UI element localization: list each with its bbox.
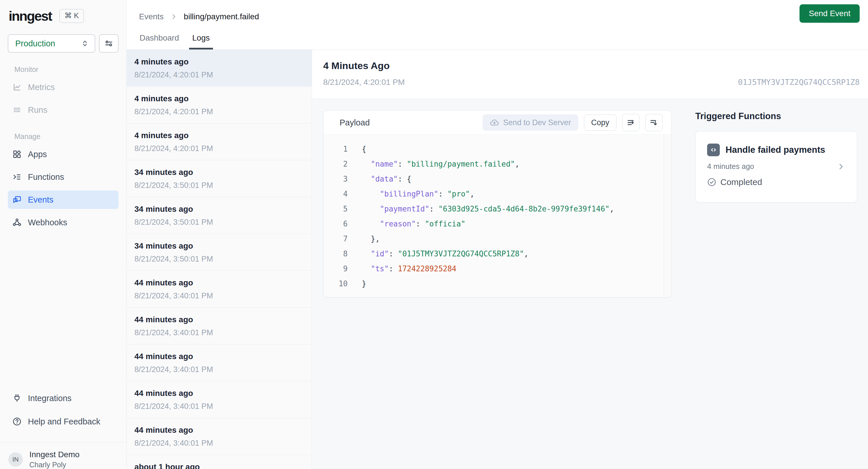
event-item-title: 44 minutes ago <box>134 278 304 287</box>
section-label-monitor: Monitor <box>14 65 119 74</box>
sidebar-item-label: Metrics <box>28 83 55 92</box>
payload-actions: Send to Dev Server Copy <box>483 114 662 131</box>
user-name: Inngest Demo <box>29 450 80 459</box>
code-line: 5 "paymentId": "6303d925-cda5-4d64-8b2e-… <box>323 201 671 216</box>
sidebar-item-webhooks[interactable]: Webhooks <box>8 213 119 231</box>
sidebar-item-label: Runs <box>28 105 48 115</box>
event-list-item[interactable]: 44 minutes ago 8/21/2024, 3:40:01 PM <box>127 381 312 418</box>
pull-down-icon <box>649 118 659 127</box>
event-item-title: 34 minutes ago <box>134 241 304 251</box>
event-item-title: 4 minutes ago <box>134 131 304 140</box>
event-item-timestamp: 8/21/2024, 4:20:01 PM <box>134 107 304 116</box>
breadcrumb: Events billing/payment.failed <box>139 11 259 23</box>
sidebar: inngest ⌘ K Production Monitor <box>0 0 127 469</box>
tab-logs[interactable]: Logs <box>189 33 213 50</box>
sliders-icon <box>104 38 114 48</box>
code-line: 6 "reason": "officia" <box>323 216 671 231</box>
sidebar-item-apps[interactable]: Apps <box>8 145 119 163</box>
environment-row: Production <box>0 34 126 53</box>
event-list-item[interactable]: 4 minutes ago 8/21/2024, 4:20:01 PM <box>127 87 312 123</box>
sidebar-item-integrations[interactable]: Integrations <box>8 389 119 407</box>
tab-dashboard[interactable]: Dashboard <box>136 33 182 50</box>
sidebar-item-events[interactable]: Events <box>8 190 119 209</box>
code-scrollbar[interactable] <box>664 135 671 297</box>
main-column: Events billing/payment.failed Send Event… <box>127 0 868 469</box>
function-name: Handle failed payments <box>725 145 825 155</box>
event-list-item[interactable]: 34 minutes ago 8/21/2024, 3:50:01 PM <box>127 197 312 234</box>
triggered-function-card[interactable]: Handle failed payments 4 minutes ago <box>695 131 857 202</box>
event-item-timestamp: 8/21/2024, 3:40:01 PM <box>134 328 304 337</box>
function-code-icon <box>707 144 720 156</box>
event-list-item[interactable]: 34 minutes ago 8/21/2024, 3:50:01 PM <box>127 160 312 197</box>
wrap-lines-button[interactable] <box>622 114 640 131</box>
command-k-shortcut[interactable]: ⌘ K <box>59 9 84 23</box>
send-to-dev-server-button[interactable]: Send to Dev Server <box>483 115 578 131</box>
functions-list-icon <box>12 173 22 182</box>
event-list[interactable]: 4 minutes ago 8/21/2024, 4:20:01 PM 4 mi… <box>127 50 312 469</box>
event-item-title: 44 minutes ago <box>134 352 304 361</box>
event-item-title: 44 minutes ago <box>134 426 304 435</box>
inngest-logo[interactable]: inngest <box>9 8 52 24</box>
environment-filter-button[interactable] <box>99 34 119 53</box>
payload-card: Payload Send to Dev Server Copy <box>323 111 672 298</box>
detail-header: 4 Minutes Ago 8/21/2024, 4:20:01 PM 01J5… <box>312 50 868 99</box>
sidebar-item-metrics[interactable]: Metrics <box>8 78 119 96</box>
plug-icon <box>12 394 22 403</box>
tabs: Dashboard Logs <box>127 33 868 50</box>
function-status: Completed <box>720 177 762 187</box>
event-list-item[interactable]: 44 minutes ago 8/21/2024, 3:40:01 PM <box>127 271 312 308</box>
payload-body: 1{2 "name": "billing/payment.failed",3 "… <box>323 135 671 297</box>
command-k-label: ⌘ K <box>64 11 79 20</box>
breadcrumb-events[interactable]: Events <box>139 12 164 21</box>
event-item-timestamp: 8/21/2024, 4:20:01 PM <box>134 144 304 153</box>
code-line: 7 }, <box>323 231 671 246</box>
event-item-timestamp: 8/21/2024, 3:50:01 PM <box>134 255 304 263</box>
code-line: 4 "billingPlan": "pro", <box>323 186 671 201</box>
check-circle-icon <box>707 178 716 187</box>
payload-code: 1{2 "name": "billing/payment.failed",3 "… <box>323 142 671 291</box>
collapse-lines-button[interactable] <box>645 114 662 131</box>
sidebar-item-help[interactable]: Help and Feedback <box>8 412 119 431</box>
logo-row: inngest ⌘ K <box>0 0 126 24</box>
detail-title: 4 Minutes Ago <box>323 60 860 71</box>
sidebar-item-label: Functions <box>28 173 64 182</box>
sidebar-nav: Monitor Metrics Runs Manage Apps <box>0 53 126 231</box>
sidebar-item-runs[interactable]: Runs <box>8 101 119 119</box>
event-item-title: about 1 hour ago <box>134 462 304 469</box>
section-label-manage: Manage <box>14 132 119 141</box>
event-item-timestamp: 8/21/2024, 3:40:01 PM <box>134 365 304 374</box>
event-item-title: 34 minutes ago <box>134 168 304 177</box>
apps-shapes-icon <box>12 150 22 159</box>
code-line: 9 "ts": 1724228925284 <box>323 261 671 276</box>
code-line: 8 "id": "01J5TMY3VJTZ2QG74QCC5RP1Z8", <box>323 246 671 261</box>
function-time: 4 minutes ago <box>707 162 754 171</box>
user-subtitle: Charly Poly <box>29 461 80 469</box>
copy-button[interactable]: Copy <box>584 115 617 131</box>
sidebar-footer: Integrations Help and Feedback IN Innges… <box>0 389 126 469</box>
environment-label: Production <box>15 39 55 48</box>
payload-title: Payload <box>340 118 370 127</box>
event-item-title: 4 minutes ago <box>134 57 304 66</box>
event-item-title: 44 minutes ago <box>134 315 304 324</box>
event-list-item[interactable]: 34 minutes ago 8/21/2024, 3:50:01 PM <box>127 234 312 271</box>
sidebar-item-functions[interactable]: Functions <box>8 168 119 186</box>
event-list-item[interactable]: 44 minutes ago 8/21/2024, 3:40:01 PM <box>127 418 312 455</box>
avatar: IN <box>8 452 23 467</box>
event-list-item[interactable]: 44 minutes ago 8/21/2024, 3:40:01 PM <box>127 344 312 381</box>
event-list-item[interactable]: 4 minutes ago 8/21/2024, 4:20:01 PM <box>127 50 312 87</box>
event-list-item[interactable]: about 1 hour ago <box>127 455 312 469</box>
send-event-button[interactable]: Send Event <box>800 4 860 23</box>
environment-selector[interactable]: Production <box>8 34 95 53</box>
code-line: 1{ <box>323 142 671 157</box>
event-list-item[interactable]: 4 minutes ago 8/21/2024, 4:20:01 PM <box>127 123 312 160</box>
event-item-timestamp: 8/21/2024, 3:50:01 PM <box>134 181 304 190</box>
user-profile[interactable]: IN Inngest Demo Charly Poly <box>0 442 126 469</box>
send-to-dev-server-label: Send to Dev Server <box>503 118 571 127</box>
app-root: inngest ⌘ K Production Monitor <box>0 0 868 469</box>
event-list-item[interactable]: 44 minutes ago 8/21/2024, 3:40:01 PM <box>127 308 312 344</box>
chart-line-icon <box>12 83 22 92</box>
sidebar-item-label: Events <box>28 195 54 205</box>
code-line: 10} <box>323 276 671 291</box>
topbar: Events billing/payment.failed Send Event… <box>127 0 868 50</box>
sidebar-item-label: Help and Feedback <box>28 417 100 427</box>
